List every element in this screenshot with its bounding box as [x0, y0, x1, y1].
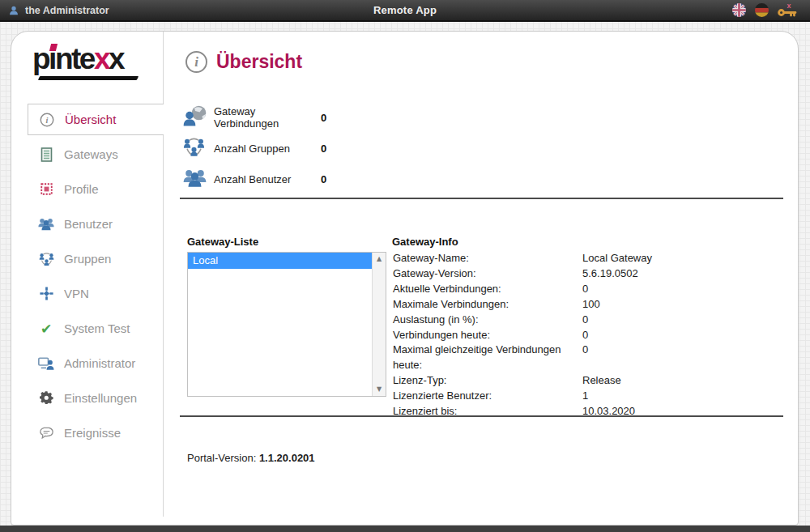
divider [180, 415, 783, 417]
main-content: i Übersicht Gateway Verbindungen 0 Anzah… [164, 32, 798, 525]
divider [180, 198, 783, 199]
group-network-icon [183, 137, 214, 160]
sidebar-item-vpn[interactable]: VPN [28, 276, 163, 311]
info-label: Verbindungen heute: [393, 328, 582, 343]
info-label: Maximal gleichzeitige Verbindungen heute… [393, 343, 582, 373]
sidebar-item-label: Übersicht [65, 113, 116, 126]
logout-key-icon[interactable]: x [778, 2, 797, 18]
sidebar-item-label: System Test [64, 321, 130, 335]
gateway-info-table: Gateway-Name:Local Gateway Gateway-Versi… [393, 251, 652, 419]
svg-text:i: i [46, 115, 49, 124]
user-globe-icon [183, 105, 214, 130]
stat-value: 0 [321, 112, 326, 124]
sidebar-item-label: Profile [64, 182, 99, 196]
gateway-info-title: Gateway-Info [392, 236, 458, 248]
sidebar-item-label: Administrator [64, 356, 135, 370]
flag-uk-icon[interactable] [732, 3, 746, 17]
info-value: 1 [582, 389, 652, 404]
sidebar-item-gruppen[interactable]: Gruppen [28, 241, 163, 276]
stat-value: 0 [321, 143, 326, 155]
stat-label: Anzahl Gruppen [214, 143, 321, 155]
gateway-list-title: Gateway-Liste [187, 236, 258, 248]
sidebar-item-ereignisse[interactable]: Ereignisse [28, 415, 163, 450]
portal-version-value: 1.1.20.0201 [259, 452, 315, 464]
sidebar-item-label: Ereignisse [64, 426, 121, 440]
topbar-actions: x [732, 2, 810, 18]
info-label: Maximale Verbindungen: [393, 297, 582, 313]
info-value: 0 [582, 313, 652, 328]
info-label: Lizenz-Typ: [393, 373, 582, 389]
info-value: 0 [582, 282, 652, 297]
info-icon: i [185, 51, 207, 73]
stat-value: 0 [321, 173, 326, 185]
scroll-down-arrow[interactable]: ▼ [373, 383, 386, 396]
info-label: Auslastung (in %): [393, 313, 582, 328]
logged-in-user: the Administrator [0, 5, 109, 16]
stat-gateway-connections: Gateway Verbindungen 0 [183, 102, 326, 133]
info-label: Gateway-Version: [393, 266, 582, 282]
info-label: Gateway-Name: [393, 251, 582, 266]
logo-underline [38, 76, 139, 80]
speech-bubble-icon [38, 427, 54, 440]
pintexx-logo: pıntexx [11, 32, 163, 80]
checkmark-icon: ✔ [38, 321, 54, 337]
users-icon [38, 217, 54, 231]
sidebar-item-administrator[interactable]: Administrator [28, 346, 163, 381]
info-value: Release [582, 373, 652, 389]
sidebar: pıntexx i Übersicht Gateways Profile [11, 32, 164, 517]
info-value: 0 [582, 328, 652, 343]
sidebar-item-label: Gateways [64, 147, 118, 161]
app-title: Remote App [0, 4, 810, 16]
stat-group-count: Anzahl Gruppen 0 [183, 133, 326, 164]
info-value: 5.6.19.0502 [582, 266, 652, 282]
page-heading: i Übersicht [185, 51, 302, 73]
group-network-icon [38, 252, 54, 266]
stat-label: Gateway Verbindungen [214, 105, 321, 130]
sidebar-item-profile[interactable]: Profile [28, 172, 163, 206]
content-window: pıntexx i Übersicht Gateways Profile [11, 31, 799, 526]
sidebar-item-label: Einstellungen [64, 391, 137, 405]
stat-label: Anzahl Benutzer [214, 173, 321, 185]
gear-icon [38, 391, 54, 405]
sidebar-item-uebersicht[interactable]: i Übersicht [28, 104, 164, 135]
info-label: Lizenzierte Benutzer: [393, 389, 582, 404]
portal-version-label: Portal-Version: [187, 452, 256, 464]
info-icon: i [39, 113, 55, 127]
info-value: 10.03.2020 [582, 404, 652, 419]
page-title: Übersicht [216, 51, 302, 73]
bottom-bar [0, 526, 810, 532]
listbox-scrollbar[interactable]: ▲ ▼ [372, 253, 386, 396]
list-item-local[interactable]: Local [188, 253, 372, 269]
sidebar-item-label: Benutzer [64, 217, 113, 231]
sidebar-item-einstellungen[interactable]: Einstellungen [28, 381, 163, 415]
user-label: the Administrator [25, 5, 109, 16]
sidebar-item-label: Gruppen [64, 252, 111, 266]
svg-text:x: x [787, 2, 791, 10]
admin-workstation-icon [38, 356, 54, 370]
sidebar-item-system-test[interactable]: ✔ System Test [28, 311, 163, 346]
info-value: 100 [582, 297, 652, 313]
sidebar-item-benutzer[interactable]: Benutzer [28, 206, 163, 241]
info-label: Lizenziert bis: [393, 404, 582, 419]
crosshair-plus-icon [38, 287, 54, 300]
info-label: Aktuelle Verbindungen: [393, 282, 582, 297]
users-icon [183, 168, 214, 191]
pixel-square-icon [38, 183, 54, 195]
gateway-listbox[interactable]: Local ▲ ▼ [187, 252, 386, 397]
info-value: Local Gateway [582, 251, 652, 266]
sidebar-item-gateways[interactable]: Gateways [28, 137, 163, 172]
user-icon [8, 5, 19, 16]
top-bar: the Administrator Remote App x [0, 0, 810, 22]
info-value: 0 [582, 343, 652, 373]
sidebar-item-label: VPN [64, 287, 89, 300]
stat-user-count: Anzahl Benutzer 0 [183, 164, 326, 194]
scroll-up-arrow[interactable]: ▲ [373, 253, 386, 266]
portal-version: Portal-Version: 1.1.20.0201 [187, 452, 315, 464]
sidebar-menu: i Übersicht Gateways Profile B [28, 104, 163, 450]
server-list-icon [38, 147, 54, 162]
stats-block: Gateway Verbindungen 0 Anzahl Gruppen 0 … [183, 102, 326, 194]
flag-germany-icon[interactable] [755, 3, 769, 17]
